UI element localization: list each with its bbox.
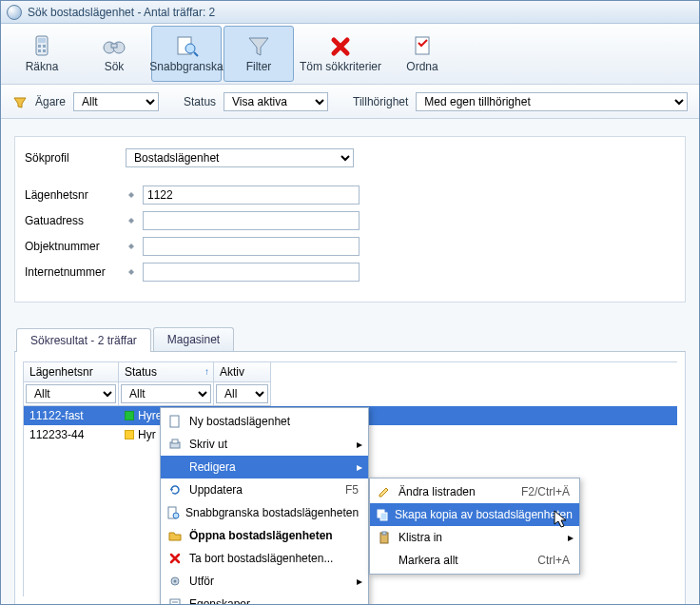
print-icon: [166, 438, 184, 451]
toggle-icon[interactable]: [126, 218, 137, 224]
snabbgranska-label: Snabbgranska: [149, 60, 223, 73]
menu-oppna[interactable]: Öppna bostadslägenheten: [161, 524, 368, 547]
owner-icon: [12, 94, 28, 109]
gear-icon: [166, 575, 184, 588]
cell-nr: 11122-fast: [24, 407, 119, 424]
clear-icon: [327, 34, 354, 57]
objektnummer-input[interactable]: [143, 237, 360, 256]
filter-status[interactable]: Allt: [121, 384, 211, 403]
tom-button[interactable]: Töm sökkriterier: [296, 26, 385, 82]
menu-redigera[interactable]: Redigera ▸: [161, 456, 368, 478]
tab-strip: Sökresultat - 2 träffar Magasinet: [14, 327, 686, 352]
cell-nr: 112233-44: [24, 426, 119, 443]
svg-marker-14: [14, 98, 26, 107]
menu-skriv[interactable]: Skriv ut ▸: [161, 433, 368, 456]
menu-uppdatera[interactable]: Uppdatera F5: [161, 478, 368, 501]
status-label: Status: [184, 95, 216, 108]
gatuadress-label: Gatuadress: [25, 214, 120, 227]
tom-label: Töm sökkriterier: [300, 60, 381, 73]
cell-status: Hyr: [138, 428, 156, 441]
toggle-icon[interactable]: [126, 192, 137, 198]
ordna-button[interactable]: Ordna: [387, 26, 457, 82]
till-label: Tillhörighet: [353, 95, 408, 108]
objektnummer-label: Objektnummer: [25, 240, 120, 253]
shortcut: F5: [345, 483, 359, 497]
body-area: Sökprofil Bostadslägenhet Lägenhetsnr Ga…: [1, 119, 699, 605]
menu-klistra[interactable]: Klistra in ▸: [370, 526, 579, 549]
ordna-label: Ordna: [406, 60, 438, 73]
app-icon: [7, 5, 22, 20]
status-select[interactable]: Visa aktiva: [224, 92, 328, 111]
quicklook-icon: [173, 34, 200, 57]
tab-results-label: Sökresultat - 2 träffar: [30, 334, 137, 347]
context-submenu: Ändra listraden F2/Ctrl+Ä Skapa kopia av…: [369, 478, 580, 575]
menu-ny[interactable]: Ny bostadslägenhet: [161, 410, 368, 433]
svg-point-22: [174, 580, 177, 583]
svg-marker-18: [170, 489, 173, 492]
menu-utfor[interactable]: Utför ▸: [161, 570, 368, 593]
lagenhetsnr-label: Lägenhetsnr: [25, 188, 120, 202]
filter-label: Filter: [246, 60, 272, 73]
internetnummer-input[interactable]: [143, 263, 360, 282]
grid-filter-row: Allt Allt Allt: [23, 382, 677, 406]
menu-egenskaper[interactable]: Egenskaper: [161, 593, 368, 605]
till-select[interactable]: Med egen tillhörighet: [416, 92, 688, 111]
svg-point-10: [185, 44, 195, 53]
search-form: Sökprofil Bostadslägenhet Lägenhetsnr Ga…: [14, 136, 686, 302]
svg-rect-4: [38, 49, 41, 52]
cursor-icon: [554, 510, 569, 529]
application-window: Sök bostadslägenhet - Antal träffar: 2 R…: [0, 0, 700, 605]
sort-asc-icon: ↑: [204, 366, 209, 377]
col-lagenhetsnr[interactable]: Lägenhetsnr: [24, 362, 119, 382]
titlebar: Sök bostadslägenhet - Antal träffar: 2: [1, 1, 699, 24]
menu-tabort[interactable]: Ta bort bostadslägenheten...: [161, 547, 368, 570]
context-menu: Ny bostadslägenhet Skriv ut ▸ Redigera ▸…: [160, 407, 369, 605]
svg-rect-8: [111, 44, 117, 48]
svg-rect-27: [380, 513, 387, 520]
calculator-icon: [29, 34, 55, 57]
agare-label: Ägare: [35, 95, 66, 108]
snabbgranska-button[interactable]: Snabbgranska: [151, 26, 222, 82]
properties-icon: [166, 597, 184, 605]
svg-point-20: [173, 513, 179, 518]
folder-open-icon: [166, 529, 184, 542]
svg-rect-3: [43, 45, 46, 48]
col-aktiv[interactable]: Aktiv: [214, 362, 271, 382]
delete-icon: [166, 552, 184, 565]
menu-andra[interactable]: Ändra listraden F2/Ctrl+Ä: [370, 480, 579, 503]
agare-select[interactable]: Allt: [73, 92, 159, 111]
toggle-icon[interactable]: [126, 269, 137, 275]
filter-aktiv[interactable]: Allt: [216, 384, 268, 403]
menu-skapa[interactable]: Skapa kopia av bostadslägenheten: [370, 503, 579, 526]
rakna-button[interactable]: Räkna: [7, 26, 77, 82]
sok-button[interactable]: Sök: [79, 26, 149, 82]
tab-magasin-label: Magasinet: [167, 333, 220, 346]
toggle-icon[interactable]: [126, 244, 137, 249]
menu-markera[interactable]: Markera allt Ctrl+A: [370, 549, 579, 572]
rakna-label: Räkna: [26, 60, 59, 73]
svg-rect-1: [38, 38, 46, 43]
results-panel: Lägenhetsnr Status↑ Aktiv Allt Allt Allt…: [14, 352, 686, 605]
svg-marker-12: [249, 38, 268, 55]
menu-snabb[interactable]: Snabbgranska bostadslägenheten: [161, 501, 368, 524]
new-doc-icon: [166, 415, 184, 428]
filter-bar: Ägare Allt Status Visa aktiva Tillhörigh…: [1, 85, 699, 119]
sokprofil-select[interactable]: Bostadslägenhet: [126, 148, 354, 167]
quicklook-icon: [166, 506, 180, 519]
funnel-icon: [245, 34, 272, 57]
sokprofil-label: Sökprofil: [25, 151, 120, 165]
col-status[interactable]: Status↑: [119, 362, 214, 382]
svg-rect-29: [382, 532, 386, 535]
binoculars-icon: [101, 34, 127, 57]
svg-rect-15: [170, 416, 179, 427]
tab-results[interactable]: Sökresultat - 2 träffar: [16, 328, 151, 352]
filter-button[interactable]: Filter: [224, 26, 294, 82]
edit-icon: [376, 485, 393, 498]
svg-rect-5: [43, 49, 46, 52]
window-title: Sök bostadslägenhet - Antal träffar: 2: [28, 6, 215, 19]
status-indicator-icon: [125, 430, 134, 439]
tab-magasin[interactable]: Magasinet: [153, 327, 234, 351]
filter-lagenhetsnr[interactable]: Allt: [26, 384, 116, 403]
lagenhetsnr-input[interactable]: [143, 185, 360, 205]
gatuadress-input[interactable]: [143, 211, 360, 230]
